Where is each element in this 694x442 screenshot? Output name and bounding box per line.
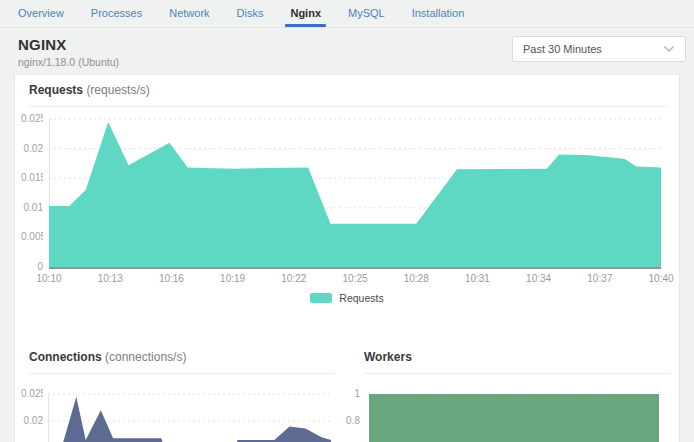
series-area: [48, 397, 331, 442]
chart-title-unit: (requests/s): [86, 83, 149, 97]
y-axis-label: 0.005: [21, 231, 43, 243]
chart-plot-area[interactable]: [49, 119, 661, 269]
chart-title-text: Connections: [29, 350, 102, 364]
chevron-down-icon: [663, 45, 675, 53]
y-axis-label: 0.015: [21, 172, 43, 184]
tab-mysql[interactable]: MySQL: [348, 0, 385, 28]
y-axis-label: 0.025: [21, 388, 43, 400]
y-axis-label: 0.01: [21, 202, 43, 214]
requests-section: Requests (requests/s) 0.0250.020.0150.01…: [15, 83, 679, 304]
x-axis-label: 10:37: [576, 273, 624, 284]
page-title: NGINX: [18, 36, 119, 53]
tab-nginx[interactable]: Nginx: [290, 0, 321, 28]
y-axis-label: 0: [21, 261, 43, 273]
series-area: [369, 394, 659, 442]
y-axis-label: 1: [320, 388, 360, 400]
x-axis-label: 10:31: [453, 273, 501, 284]
time-range-select[interactable]: Past 30 Minutes: [512, 36, 686, 62]
y-axis-label: 0.02: [21, 143, 43, 155]
workers-chart[interactable]: 10.80.60.40.20: [347, 394, 679, 442]
x-axis-label: 10:40: [637, 273, 685, 284]
chart-plot-area[interactable]: [48, 394, 331, 442]
workers-section: Workers 10.80.60.40.20: [347, 350, 679, 442]
requests-chart-title: Requests (requests/s): [15, 83, 679, 98]
y-axis-label: 0.02: [21, 415, 43, 427]
y-axis-label: 0.8: [320, 415, 360, 427]
bottom-charts-row: Connections (connections/s) 0.0250.020.0…: [15, 350, 679, 442]
divider: [29, 373, 335, 374]
x-axis-label: 10:10: [25, 273, 73, 284]
chart-plot-area[interactable]: [369, 394, 659, 442]
x-axis-label: 10:28: [392, 273, 440, 284]
chart-title-text: Workers: [364, 350, 412, 364]
legend-label: Requests: [339, 292, 383, 304]
tab-network[interactable]: Network: [169, 0, 209, 28]
divider: [364, 373, 671, 374]
connections-chart[interactable]: 0.0250.020.0150.010.0050: [15, 394, 347, 442]
requests-legend: Requests: [15, 292, 679, 304]
tab-bar: Overview Processes Network Disks Nginx M…: [0, 0, 694, 28]
tab-installation[interactable]: Installation: [412, 0, 465, 28]
legend-swatch: [310, 293, 332, 303]
page-header: NGINX nginx/1.18.0 (Ubuntu) Past 30 Minu…: [0, 28, 694, 74]
x-axis-label: 10:25: [331, 273, 379, 284]
x-axis-label: 10:22: [270, 273, 318, 284]
chart-title-text: Requests: [29, 83, 83, 97]
series-area: [49, 122, 661, 267]
workers-chart-title: Workers: [347, 350, 679, 365]
connections-chart-title: Connections (connections/s): [15, 350, 347, 365]
x-axis-label: 10:34: [515, 273, 563, 284]
charts-panel: Requests (requests/s) 0.0250.020.0150.01…: [14, 74, 680, 442]
requests-chart[interactable]: 0.0250.020.0150.010.005010:1010:1310:161…: [15, 119, 679, 287]
x-axis-label: 10:13: [86, 273, 134, 284]
divider: [29, 106, 667, 107]
connections-section: Connections (connections/s) 0.0250.020.0…: [15, 350, 347, 442]
x-axis-label: 10:19: [209, 273, 257, 284]
x-axis-label: 10:16: [147, 273, 195, 284]
tab-disks[interactable]: Disks: [237, 0, 264, 28]
tab-processes[interactable]: Processes: [91, 0, 142, 28]
y-axis-label: 0.025: [21, 113, 43, 125]
chart-title-unit: (connections/s): [105, 350, 186, 364]
tab-overview[interactable]: Overview: [18, 0, 64, 28]
time-range-value: Past 30 Minutes: [523, 43, 602, 55]
page-subtitle: nginx/1.18.0 (Ubuntu): [18, 56, 119, 68]
